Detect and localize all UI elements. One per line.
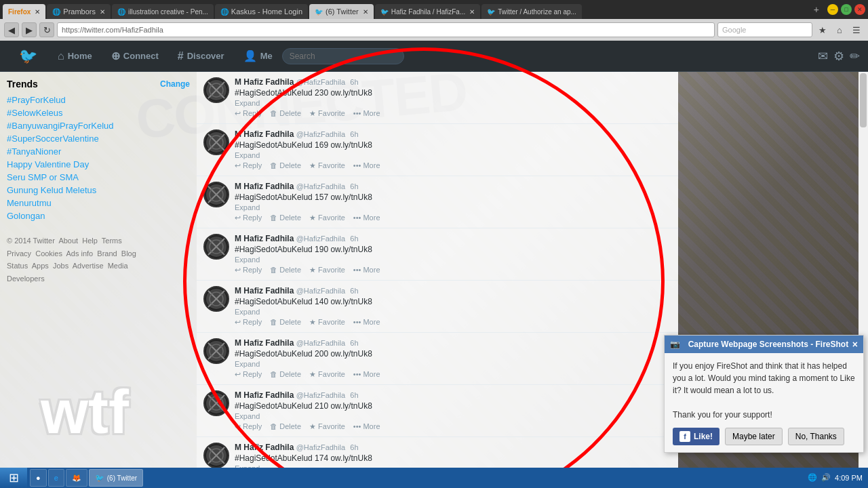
new-tab-btn[interactable]: + — [814, 4, 819, 15]
favorite-action[interactable]: ★ Favorite — [309, 109, 345, 118]
trend-item-1[interactable]: #SelowKeleus — [7, 108, 190, 118]
maybe-later-button[interactable]: Maybe later — [725, 428, 783, 445]
trend-item-5[interactable]: Happy Valentine Day — [7, 159, 190, 169]
compose-icon[interactable]: ✏ — [850, 49, 860, 64]
home-nav-icon[interactable]: ⌂ — [832, 22, 847, 37]
footer-apps[interactable]: Apps — [32, 262, 49, 270]
taskbar-item-ie[interactable]: e — [48, 469, 64, 487]
taskbar-item-ff[interactable]: 🦊 — [66, 469, 87, 487]
trend-item-9[interactable]: Golongan — [7, 211, 190, 221]
tab-illustration[interactable]: 🌐 illustration creative - Pen... — [112, 4, 214, 19]
delete-action[interactable]: 🗑 Delete — [270, 370, 301, 379]
footer-developers[interactable]: Developers — [7, 274, 45, 283]
trend-item-6[interactable]: Seru SMP or SMA — [7, 172, 190, 182]
trends-change-btn[interactable]: Change — [160, 79, 190, 89]
tweet-expand[interactable]: Expand — [235, 412, 671, 420]
trend-item-4[interactable]: #TanyaNioner — [7, 146, 190, 157]
more-action[interactable]: ••• More — [353, 214, 380, 222]
favorite-action[interactable]: ★ Favorite — [309, 422, 345, 431]
tweet-expand[interactable]: Expand — [235, 308, 671, 316]
footer-about[interactable]: About — [58, 237, 78, 245]
trend-item-3[interactable]: #SuperSoccerValentine — [7, 134, 190, 144]
tab-close-firefox[interactable]: ✕ — [35, 8, 40, 16]
like-button[interactable]: f Like! — [673, 428, 719, 445]
back-button[interactable]: ◀ — [4, 22, 19, 37]
footer-help[interactable]: Help — [82, 237, 98, 245]
footer-advertise[interactable]: Advertise — [73, 262, 104, 270]
reload-button[interactable]: ↻ — [39, 22, 54, 37]
tweet-expand[interactable]: Expand — [235, 99, 671, 107]
nav-home[interactable]: ⌂ Home — [48, 41, 102, 72]
tab-close-hafiz[interactable]: ✕ — [469, 8, 475, 16]
favorite-action[interactable]: ★ Favorite — [309, 318, 345, 327]
tweet-expand[interactable]: Expand — [235, 256, 671, 264]
more-action[interactable]: ••• More — [353, 266, 380, 274]
tweet-expand[interactable]: Expand — [235, 151, 671, 159]
tab-kaskus[interactable]: 🌐 Kaskus - Home Login — [215, 4, 308, 19]
delete-action[interactable]: 🗑 Delete — [270, 422, 301, 431]
fireshot-close-btn[interactable]: × — [852, 339, 858, 350]
tab-firefox[interactable]: Firefox ✕ — [3, 4, 45, 19]
favorite-action[interactable]: ★ Favorite — [309, 214, 345, 222]
taskbar-item-chrome[interactable]: ● — [30, 469, 47, 487]
favorite-action[interactable]: ★ Favorite — [309, 266, 345, 274]
tab-prambors[interactable]: 🌐 Prambors ✕ — [47, 4, 111, 19]
nav-me[interactable]: 👤 Me — [234, 41, 282, 72]
tab-close-twitter[interactable]: ✕ — [363, 8, 368, 16]
reply-action[interactable]: ↩ Reply — [235, 422, 262, 431]
footer-status[interactable]: Status — [7, 262, 28, 270]
reply-action[interactable]: ↩ Reply — [235, 214, 262, 222]
no-thanks-button[interactable]: No, Thanks — [788, 428, 844, 445]
footer-adsinfo[interactable]: Ads info — [66, 249, 93, 258]
bookmark-icon[interactable]: ★ — [815, 22, 830, 37]
reply-action[interactable]: ↩ Reply — [235, 370, 262, 379]
footer-privacy[interactable]: Privacy — [7, 249, 31, 258]
tweet-expand[interactable]: Expand — [235, 360, 671, 368]
footer-brand[interactable]: Brand — [97, 249, 117, 258]
address-bar[interactable]: https://twitter.com/HafizFadhila — [57, 22, 715, 37]
more-action[interactable]: ••• More — [353, 370, 380, 379]
nav-connect[interactable]: ⊕ Connect — [102, 41, 168, 72]
reply-action[interactable]: ↩ Reply — [235, 109, 262, 118]
footer-cookies[interactable]: Cookies — [35, 249, 62, 258]
scrollbar-thumb[interactable] — [860, 73, 867, 127]
menu-icon[interactable]: ☰ — [849, 22, 864, 37]
tab-authorize[interactable]: 🐦 Twitter / Authorize an ap... — [481, 4, 582, 19]
trend-item-2[interactable]: #BanyuwangiPrayForKelud — [7, 121, 190, 131]
twitter-search-input[interactable] — [282, 48, 404, 64]
more-action[interactable]: ••• More — [353, 161, 380, 170]
delete-action[interactable]: 🗑 Delete — [270, 318, 301, 327]
more-action[interactable]: ••• More — [353, 109, 380, 118]
tweet-expand[interactable]: Expand — [235, 203, 671, 211]
delete-action[interactable]: 🗑 Delete — [270, 161, 301, 170]
tab-close-prambors[interactable]: ✕ — [100, 8, 105, 16]
minimize-button[interactable]: ─ — [827, 4, 838, 15]
reply-action[interactable]: ↩ Reply — [235, 161, 262, 170]
trend-item-7[interactable]: Gunung Kelud Meletus — [7, 185, 190, 195]
close-button[interactable]: ✕ — [854, 4, 865, 15]
footer-jobs[interactable]: Jobs — [53, 262, 68, 270]
nav-discover[interactable]: # Discover — [168, 41, 234, 72]
taskbar-item-twitter[interactable]: 🐦 (6) Twitter — [89, 469, 143, 487]
delete-action[interactable]: 🗑 Delete — [270, 214, 301, 222]
more-action[interactable]: ••• More — [353, 422, 380, 431]
trend-item-0[interactable]: #PrayForKelud — [7, 95, 190, 105]
forward-button[interactable]: ▶ — [22, 22, 37, 37]
footer-media[interactable]: Media — [108, 262, 128, 270]
reply-action[interactable]: ↩ Reply — [235, 266, 262, 274]
tab-twitter-active[interactable]: 🐦 (6) Twitter ✕ — [309, 4, 374, 19]
footer-blog[interactable]: Blog — [121, 249, 136, 258]
start-button[interactable]: ⊞ — [0, 468, 27, 488]
maximize-button[interactable]: □ — [841, 4, 852, 15]
reply-action[interactable]: ↩ Reply — [235, 318, 262, 327]
trend-item-8[interactable]: Menurutmu — [7, 198, 190, 208]
more-action[interactable]: ••• More — [353, 318, 380, 327]
gear-icon[interactable]: ⚙ — [833, 49, 844, 64]
delete-action[interactable]: 🗑 Delete — [270, 266, 301, 274]
footer-terms[interactable]: Terms — [102, 237, 122, 245]
delete-action[interactable]: 🗑 Delete — [270, 109, 301, 118]
mail-icon[interactable]: ✉ — [818, 49, 828, 64]
tab-hafiz[interactable]: 🐦 Hafiz Fadhila / HafizFa... ✕ — [375, 4, 480, 19]
favorite-action[interactable]: ★ Favorite — [309, 161, 345, 170]
favorite-action[interactable]: ★ Favorite — [309, 370, 345, 379]
